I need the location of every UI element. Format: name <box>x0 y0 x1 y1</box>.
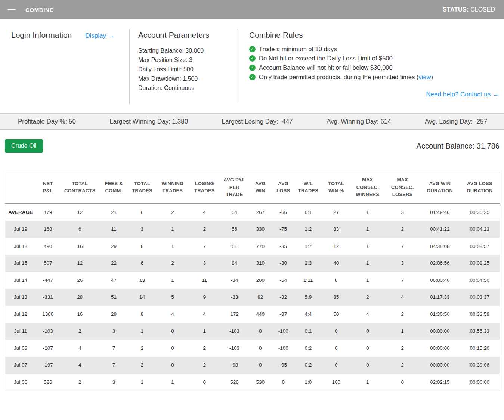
column-header: W/L TRADES <box>294 171 322 204</box>
column-header: AVG WIN DURATION <box>420 171 460 204</box>
table-cell: 7 <box>100 339 128 357</box>
table-cell: 490 <box>36 237 60 255</box>
table-cell: 4 <box>350 305 385 323</box>
rule-item: Trade a minimum of 10 days <box>249 45 499 53</box>
login-information-title: Login Information <box>11 31 72 40</box>
table-row: Jul 065262311052653001:01001002:02:1500:… <box>5 373 500 391</box>
column-header: AVG LOSS <box>272 171 294 204</box>
table-cell: 0 <box>322 357 350 374</box>
stat-avg-winning-day: Avg. Winning Day: 614 <box>327 118 391 125</box>
table-cell: 02:06:56 <box>420 255 460 272</box>
table-cell: 2 <box>128 357 157 374</box>
column-header: FEES & COMM. <box>100 171 128 204</box>
table-cell: 1 <box>350 255 385 272</box>
table-cell: 0 <box>157 357 188 374</box>
row-label: Jul 06 <box>5 373 36 391</box>
combine-rules-title: Combine Rules <box>249 31 499 40</box>
table-cell: -100 <box>272 339 294 357</box>
column-header: LOSING TRADES <box>189 171 220 204</box>
column-header: TOTAL WIN % <box>322 171 350 204</box>
crude-oil-button[interactable]: Crude Oil <box>5 139 43 153</box>
table-cell: 1:7 <box>294 237 322 255</box>
column-header: NET P&L <box>36 171 60 204</box>
contact-us-link[interactable]: Need help? Contact us → <box>426 91 499 98</box>
table-row: Jul 07-19747202-980-950:200200:00:0000:3… <box>5 357 500 374</box>
table-cell: 00:08:25 <box>460 255 500 272</box>
table-cell: -103 <box>220 339 248 357</box>
view-link[interactable]: view <box>418 74 431 80</box>
table-cell: 179 <box>36 203 60 221</box>
param-starting-balance: Starting Balance: 30,000 <box>138 46 238 55</box>
table-cell: 13 <box>128 271 157 289</box>
table-cell: 01:30:50 <box>420 305 460 323</box>
table-cell: 26 <box>60 271 100 289</box>
table-cell: -100 <box>272 323 294 340</box>
table-cell: -35 <box>272 237 294 255</box>
row-label: Jul 14 <box>5 271 36 289</box>
table-cell: 35 <box>322 289 350 306</box>
table-cell: -447 <box>36 271 60 289</box>
rule-text: Only trade permitted products, during th… <box>259 73 433 81</box>
table-cell: 3 <box>385 255 420 272</box>
table-cell: -66 <box>272 203 294 221</box>
table-cell: 8 <box>128 237 157 255</box>
table-cell: 54 <box>220 203 248 221</box>
table-cell: 11 <box>189 271 220 289</box>
table-cell: 0 <box>248 339 272 357</box>
table-cell: 0 <box>322 339 350 357</box>
table-cell: 4 <box>189 203 220 221</box>
table-cell: -54 <box>272 271 294 289</box>
table-row: Jul 1916861131256330-751:2331200:41:2200… <box>5 221 500 238</box>
table-cell: 00:04:50 <box>460 271 500 289</box>
table-row: Jul 1213801629844172440-874:4504201:30:5… <box>5 305 500 323</box>
account-parameters-title: Account Parameters <box>138 31 238 40</box>
table-cell: 3 <box>100 323 128 340</box>
param-duration: Duration: Continuous <box>138 83 238 93</box>
table-cell: -30 <box>272 255 294 272</box>
table-cell: 4 <box>385 289 420 306</box>
table-row: Jul 13-33128511459-2392-825:9352401:17:3… <box>5 289 500 306</box>
table-cell: 27 <box>322 203 350 221</box>
table-row: Jul 08-20747202-1030-1000:200200:00:0000… <box>5 339 500 357</box>
rule-text-suffix: ) <box>431 74 433 80</box>
table-cell: 1 <box>157 373 188 391</box>
table-cell: 1 <box>157 271 188 289</box>
table-cell: 1 <box>128 323 157 340</box>
table-row: Jul 18490162981761770-351:7121704:38:080… <box>5 237 500 255</box>
table-cell: 4 <box>189 305 220 323</box>
table-cell: 4 <box>157 305 188 323</box>
column-header: WINNING TRADES <box>157 171 188 204</box>
row-label: Jul 19 <box>5 221 36 238</box>
table-cell: 530 <box>248 373 272 391</box>
table-cell: 9 <box>189 289 220 306</box>
rule-text: Account Balance will not hit or fall bel… <box>259 63 393 72</box>
display-link[interactable]: Display → <box>85 32 114 40</box>
table-cell: 02:02:15 <box>420 373 460 391</box>
row-label: Jul 11 <box>5 323 36 340</box>
rule-item: Account Balance will not hit or fall bel… <box>249 63 499 72</box>
table-cell: 172 <box>220 305 248 323</box>
combine-rules-panel: Combine Rules Trade a minimum of 10 days… <box>238 29 499 104</box>
table-row: Jul 11-10323101-1030-1000:100100:00:0003… <box>5 323 500 340</box>
table-cell: 0:1 <box>294 323 322 340</box>
minimize-icon[interactable] <box>7 9 16 10</box>
table-cell: 1:0 <box>294 373 322 391</box>
column-header: AVG WIN <box>248 171 272 204</box>
table-cell: -197 <box>36 357 60 374</box>
table-row: Jul 15507122262384310-302:3401302:06:560… <box>5 255 500 272</box>
table-cell: 2 <box>128 339 157 357</box>
table-cell: 5:9 <box>294 289 322 306</box>
column-header <box>5 171 36 204</box>
table-cell: 0 <box>385 373 420 391</box>
table-cell: 2 <box>385 305 420 323</box>
table-cell: -207 <box>36 339 60 357</box>
table-cell: 1 <box>157 237 188 255</box>
table-cell: 440 <box>248 305 272 323</box>
row-label: Jul 18 <box>5 237 36 255</box>
table-cell: 507 <box>36 255 60 272</box>
table-cell: 1 <box>350 221 385 238</box>
table-cell: 6 <box>60 221 100 238</box>
table-cell: 5 <box>157 289 188 306</box>
table-cell: 56 <box>220 221 248 238</box>
table-cell: 0 <box>322 323 350 340</box>
